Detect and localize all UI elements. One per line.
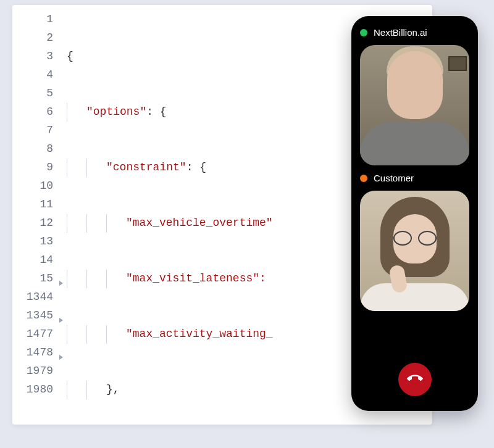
line-number: 7 <box>12 121 56 139</box>
hangup-button[interactable] <box>398 363 432 396</box>
avatar <box>360 191 469 311</box>
line-number: 1478 <box>12 343 56 362</box>
fold-chevron-icon[interactable] <box>58 311 64 317</box>
participant-label: NextBillion.ai <box>360 27 469 38</box>
line-number: 12 <box>12 214 56 232</box>
line-number: 14 <box>12 251 56 269</box>
line-number: 1979 <box>12 362 56 380</box>
video-call-panel[interactable]: NextBillion.ai Customer <box>351 16 478 411</box>
participant-label: Customer <box>360 173 469 183</box>
line-number: 11 <box>12 195 56 214</box>
video-tile[interactable] <box>360 191 469 311</box>
line-number: 13 <box>12 232 56 251</box>
line-number: 6 <box>12 102 56 121</box>
line-number: 4 <box>12 65 56 84</box>
line-number: 1 <box>12 10 56 28</box>
line-number: 3 <box>12 47 56 65</box>
line-number-gutter: 1 2 3 4 5 6 7 8 9 10 11 12 13 14 15 1344… <box>12 5 56 425</box>
line-number: 1344 <box>12 288 56 306</box>
line-number: 5 <box>12 84 56 102</box>
status-online-icon <box>360 29 367 36</box>
avatar <box>360 45 469 165</box>
participant-name: NextBillion.ai <box>374 27 427 38</box>
line-number: 1477 <box>12 325 56 343</box>
phone-hangup-icon <box>407 370 423 389</box>
participant-name: Customer <box>374 173 414 183</box>
line-number: 1980 <box>12 380 56 399</box>
fold-chevron-icon[interactable] <box>58 274 64 280</box>
video-tile[interactable] <box>360 45 469 165</box>
line-number: 9 <box>12 158 56 176</box>
line-number: 2 <box>12 28 56 47</box>
line-number: 1345 <box>12 306 56 325</box>
fold-chevron-icon[interactable] <box>58 348 64 354</box>
line-number: 15 <box>12 269 56 288</box>
status-away-icon <box>360 175 367 182</box>
line-number: 10 <box>12 176 56 195</box>
line-number: 8 <box>12 139 56 158</box>
